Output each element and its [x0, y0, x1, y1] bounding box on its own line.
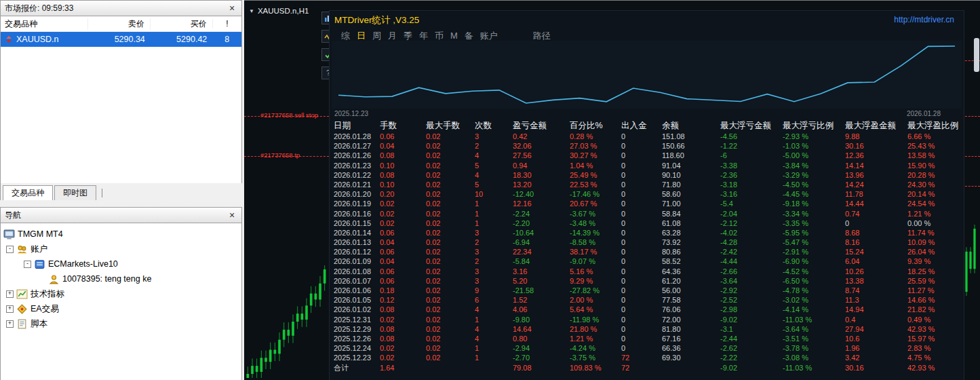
data-cell: -4.50 % — [779, 180, 841, 189]
data-cell: 18.30 — [509, 170, 566, 180]
chart-scrollbar-thumb[interactable] — [974, 38, 979, 72]
navigator-panel: 导航 × TMGM MT4-账户-ECMarkets-Live101007839… — [0, 207, 242, 380]
data-cell: 0 — [617, 343, 658, 353]
tree-item-scripts[interactable]: +脚本 — [1, 316, 241, 331]
order-label-sell-stop[interactable]: #21737658 sell stop — [260, 111, 318, 119]
data-cell: 2.00 % — [566, 295, 617, 305]
data-cell: 69.30 — [658, 353, 716, 362]
data-cell: 0.08 — [376, 305, 422, 314]
data-cell: -2.91 % — [779, 247, 841, 256]
data-cell: 0 — [617, 132, 658, 141]
data-cell: -3.02 % — [779, 295, 841, 305]
column-header-bid[interactable]: 卖价 — [87, 18, 150, 30]
data-cell: 72.00 — [658, 315, 716, 324]
stats-table-row: 2026.01.280.060.0230.420.28 %0151.08-4.5… — [330, 132, 961, 141]
tree-item-tmgm-mt4[interactable]: TMGM MT4 — [1, 227, 241, 242]
data-cell: 20.28 % — [903, 170, 961, 180]
market-watch-panel: 市场报价: 09:59:33 × 交易品种 卖价 买价 ! XAUUSD.n 5… — [0, 0, 242, 183]
data-cell: 0.02 — [422, 305, 471, 314]
stats-table-row: 2026.01.260.080.02427.5630.27 %0118.60-6… — [330, 151, 961, 160]
data-cell: -3.78 % — [779, 343, 841, 353]
data-cell: 0.02 — [422, 353, 471, 362]
data-cell: 0.06 — [376, 132, 422, 141]
data-cell: 42.93 % — [903, 324, 961, 334]
expand-icon[interactable]: + — [6, 305, 14, 313]
market-watch-titlebar[interactable]: 市场报价: 09:59:33 × — [0, 0, 242, 16]
tree-item-ea[interactable]: +EA交易 — [1, 301, 241, 316]
data-cell: 0 — [617, 305, 658, 314]
data-cell: -3.16 — [716, 189, 779, 199]
data-cell: -2.20 — [509, 218, 566, 228]
column-header-symbol[interactable]: 交易品种 — [1, 18, 87, 30]
tree-item-indicators[interactable]: +技术指标 — [1, 286, 241, 301]
data-cell: -3.08 % — [779, 353, 841, 362]
data-cell: 14.66 % — [903, 295, 961, 305]
order-line-tp[interactable] — [965, 156, 980, 157]
data-cell: 2 — [471, 238, 509, 247]
column-header-spread[interactable]: ! — [212, 19, 241, 28]
data-cell: -5.95 % — [779, 228, 841, 238]
data-cell: 0.02 — [422, 247, 471, 256]
quote-spread: 8 — [212, 35, 241, 44]
price-line[interactable] — [965, 186, 980, 187]
collapse-icon[interactable]: - — [6, 246, 14, 253]
data-cell: 0.02 — [422, 343, 471, 353]
data-cell: -2.12 — [716, 218, 779, 228]
data-cell: 11.3 — [841, 295, 903, 305]
data-cell: 12.16 — [509, 199, 566, 208]
data-cell: -11.03 % — [779, 363, 841, 373]
header-cell: 日期 — [330, 119, 376, 132]
close-icon[interactable]: × — [227, 210, 237, 220]
tab-tick-chart[interactable]: 即时图 — [54, 185, 96, 200]
data-cell: 10 — [471, 189, 509, 199]
data-cell: 2 — [471, 141, 509, 151]
tree-item-login-10078395[interactable]: 10078395: teng teng ke — [1, 271, 241, 286]
quote-row-xauusd[interactable]: XAUUSD.n 5290.34 5290.42 8 — [1, 32, 241, 47]
tree-item-ecmarkets-live10[interactable]: -ECMarkets-Live10 — [1, 256, 241, 271]
data-cell: 61.20 — [658, 276, 716, 286]
data-cell: 67.16 — [658, 334, 716, 343]
data-cell: -3.29 % — [779, 170, 841, 180]
data-cell: -6.50 % — [779, 276, 841, 286]
data-cell: 0.02 — [422, 209, 471, 218]
data-cell: -2.36 — [716, 170, 779, 180]
chart-symbol-text: XAUUSD.n,H1 — [258, 7, 309, 15]
order-line-sell-stop[interactable] — [965, 116, 980, 117]
data-cell: -14.39 % — [566, 228, 617, 238]
equity-curve-svg — [332, 41, 962, 109]
data-cell: 0.80 — [509, 334, 566, 343]
data-cell: 3 — [471, 132, 509, 141]
data-cell: 0.12 — [376, 295, 422, 305]
data-cell: 15.90 % — [903, 161, 961, 170]
data-cell: 21.80 % — [566, 324, 617, 334]
data-cell: 0 — [617, 247, 658, 256]
header-cell: 手数 — [376, 119, 422, 132]
data-cell: 4 — [471, 151, 509, 160]
data-cell: 0 — [617, 315, 658, 324]
navigator-titlebar[interactable]: 导航 × — [0, 207, 242, 223]
expand-icon[interactable]: + — [6, 290, 14, 298]
data-cell: 8.68 — [841, 228, 903, 238]
stats-panel-link[interactable]: http://mtdriver.cn — [894, 15, 954, 24]
data-cell: 5.16 % — [566, 267, 617, 276]
tab-symbols[interactable]: 交易品种 — [3, 185, 53, 200]
order-label-tp[interactable]: #21737658 tp — [260, 151, 300, 159]
column-header-ask[interactable]: 买价 — [150, 18, 212, 30]
data-cell: -9.18 % — [779, 199, 841, 208]
data-cell: 0.08 — [376, 334, 422, 343]
data-cell: 0.02 — [422, 189, 471, 199]
stats-menu-item-M[interactable]: M — [450, 31, 458, 41]
expand-icon[interactable]: + — [6, 320, 14, 328]
data-cell: 6.04 — [841, 256, 903, 266]
collapse-icon[interactable]: - — [24, 261, 31, 268]
chart-window[interactable]: ▼ XAUUSD.n,H1 ? #21737658 sell — [244, 0, 980, 380]
close-icon[interactable]: × — [227, 3, 237, 13]
data-cell: 25.49 % — [566, 170, 617, 180]
data-cell: 1 — [471, 199, 509, 208]
data-cell: 4 — [471, 334, 509, 343]
chevron-down-icon[interactable]: ▼ — [249, 8, 254, 14]
data-cell: 0.00 % — [903, 218, 961, 228]
data-cell: 4 — [471, 305, 509, 314]
data-cell: 73.92 — [658, 238, 716, 247]
tree-item-accounts[interactable]: -账户 — [1, 242, 241, 256]
